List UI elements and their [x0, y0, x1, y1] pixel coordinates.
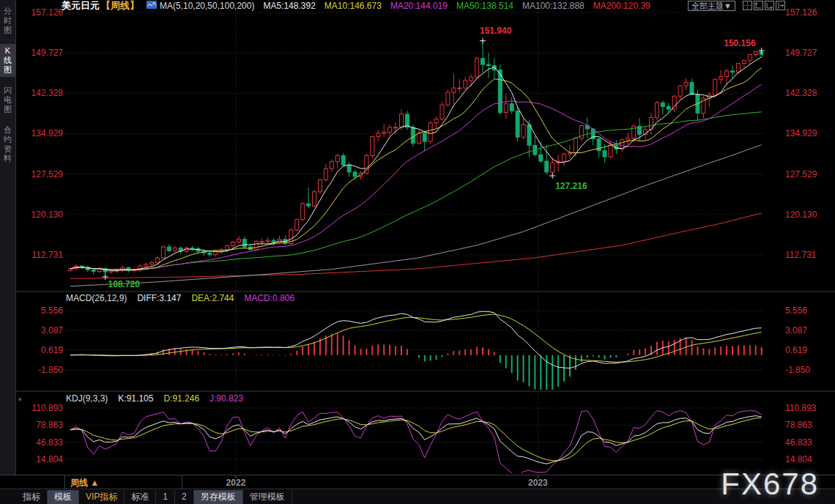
y-axis-label: 0.619 [785, 345, 807, 355]
macd-diff-value: DIFF:3.147 [137, 293, 181, 303]
kdj-k-value: K:91.105 [118, 393, 153, 404]
sidebar-tab-2[interactable]: 闪电图 [0, 84, 16, 116]
price-annotation: 150.156 [724, 38, 756, 48]
ma-value-5: MA200:120.39 [593, 1, 650, 11]
watermark: FX678 [721, 467, 819, 502]
y-axis-label: 46.833 [36, 437, 63, 448]
kdj-d-value: D:91.246 [163, 393, 199, 404]
ma200-line [70, 213, 762, 278]
period-arrow-icon: ▲ [90, 478, 99, 488]
toolbar-item-0[interactable]: 指标 [16, 490, 48, 504]
macd-dea-value: DEA:2.744 [191, 293, 234, 303]
ma-value-1: MA10:146.673 [324, 1, 382, 11]
y-axis-label: 14.804 [36, 454, 63, 464]
left-sidebar: 分时图K线图闪电图合约资料 [0, 0, 16, 475]
ma5-line [70, 57, 762, 271]
y-axis-label: 127.529 [31, 169, 64, 179]
sidebar-tab-0[interactable]: 分时图 [0, 4, 16, 37]
y-axis-label: 134.929 [785, 128, 817, 138]
zoom-axis-right-icon[interactable] [765, 1, 774, 10]
y-axis-label: 120.130 [785, 210, 817, 220]
y-axis-label: 0.619 [41, 345, 63, 355]
ma10-line [70, 68, 762, 270]
ma-value-0: MA5:148.392 [263, 1, 315, 11]
period-label: 周线 [70, 478, 88, 488]
y-axis-label: 110.893 [785, 403, 817, 413]
y-axis-label: 149.727 [31, 48, 64, 58]
toolbar-item-4[interactable]: 1 [156, 490, 175, 504]
y-axis-label: 3.087 [785, 325, 807, 336]
ma-group-label: MA(5,10,20,50,100,200) [160, 1, 254, 11]
pan-icon[interactable] [743, 1, 752, 10]
y-axis-label: 120.130 [31, 210, 64, 220]
toolbar-item-6[interactable]: 另存模板 [194, 490, 243, 504]
ma-value-4: MA100:132.888 [522, 1, 584, 11]
period-selector[interactable]: 周线 ▲ [70, 477, 99, 489]
ma-values: MA5:148.392MA10:146.673MA20:144.019MA50:… [254, 1, 650, 11]
toolbar-item-1[interactable]: 模板 [48, 490, 79, 504]
y-axis-label: 110.893 [32, 403, 64, 413]
bottom-toolbar: 指标模板VIP指标标准12另存模板管理模板 [0, 490, 835, 504]
kdj-d-line [70, 418, 762, 461]
macd-series [70, 311, 762, 393]
price-annotation: 108.720 [108, 279, 141, 289]
period-tag: 【周线】 [101, 0, 139, 12]
page-forward-icon[interactable] [776, 1, 785, 10]
kdj-k-line [70, 416, 762, 464]
x-axis-row: 周线 ▲ [0, 475, 835, 489]
ma-value-3: MA50:138.514 [456, 1, 513, 11]
y-axis-label: 112.731 [32, 250, 64, 260]
y-axis-label: 46.833 [785, 437, 812, 448]
y-axis-label: -1.850 [38, 365, 63, 375]
y-axis-label: 14.804 [785, 454, 812, 464]
kdj-j-line [70, 411, 762, 477]
price-annotation: 151.940 [480, 26, 512, 36]
symbol-name: 美元日元 [62, 0, 100, 12]
sidebar-tab-3[interactable]: 合约资料 [0, 123, 16, 166]
kdj-title: KDJ(9,3,3) [66, 393, 108, 404]
y-axis-label: 78.863 [785, 420, 812, 430]
chart-canvas[interactable]: 157.126157.126149.727149.727142.328142.3… [0, 0, 835, 504]
diff-line [70, 311, 762, 368]
y-axis-label: 134.929 [31, 128, 64, 138]
price-annotation: 127.216 [555, 181, 587, 191]
toolbar-item-7[interactable]: 管理模板 [243, 490, 292, 504]
kdj-series [70, 411, 762, 477]
macd-title: MACD(26,12,9) [66, 293, 127, 303]
theme-dropdown[interactable]: 全部主题▼ [688, 1, 735, 11]
y-axis-label: -1.850 [785, 365, 810, 375]
ma-value-2: MA20:144.019 [390, 1, 448, 11]
macd-header: MACD(26,12,9) DIFF:3.147 DEA:2.744 MACD:… [66, 293, 294, 303]
y-axis-label: 3.087 [41, 325, 63, 336]
macd-macd-value: MACD:0.806 [244, 293, 294, 303]
y-axis-label: 142.328 [785, 88, 817, 98]
y-axis-label: 127.529 [785, 169, 817, 179]
y-axis-label: 5.556 [41, 305, 63, 316]
chart-tool-buttons [743, 1, 785, 10]
y-axis-label: 78.863 [36, 420, 63, 430]
dea-line [70, 314, 762, 362]
y-axis-label: 149.727 [785, 48, 817, 58]
toolbar-item-3[interactable]: 标准 [125, 490, 156, 504]
chart-type-icon [146, 1, 157, 11]
y-axis-label: 5.556 [785, 305, 807, 316]
sidebar-tab-1[interactable]: K线图 [0, 44, 16, 77]
toolbar-item-5[interactable]: 2 [175, 490, 194, 504]
y-axis-label: 112.731 [785, 250, 817, 260]
candlestick-series [69, 41, 764, 286]
y-axis-label: 142.328 [31, 88, 64, 98]
kdj-header: KDJ(9,3,3) K:91.105 D:91.246 J:90.823 [66, 393, 243, 404]
ma50-line [70, 112, 762, 270]
zoom-axis-left-icon[interactable] [754, 1, 763, 10]
toolbar-item-2[interactable]: VIP指标 [79, 490, 125, 504]
axis-row-divider [182, 475, 182, 489]
axis-row-divider [64, 475, 65, 489]
kdj-alert-icon: ✳ [18, 396, 23, 403]
kdj-j-value: J:90.823 [209, 393, 243, 404]
